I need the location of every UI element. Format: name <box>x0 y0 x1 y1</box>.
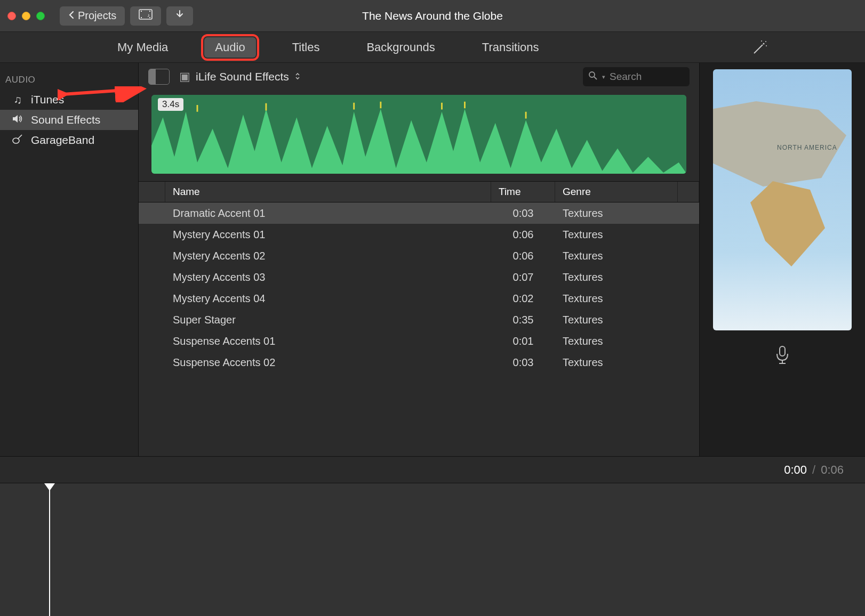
viewer-frame[interactable]: NORTH AMERICA <box>713 69 852 330</box>
table-row[interactable]: Mystery Accents 040:02Textures <box>139 288 699 309</box>
svg-rect-2 <box>141 17 142 18</box>
minimize-window-button[interactable] <box>22 12 30 20</box>
cell-genre: Textures <box>555 356 678 369</box>
folder-icon: ▣ <box>179 70 190 84</box>
tab-my-media[interactable]: My Media <box>107 37 179 58</box>
table-row[interactable]: Mystery Accents 020:06Textures <box>139 245 699 266</box>
audio-browser: ▣ iLife Sound Effects ▾ 3.4s <box>139 63 700 456</box>
svg-point-9 <box>766 45 767 46</box>
playback-total: 0:06 <box>821 463 844 477</box>
cell-time: 0:03 <box>491 356 555 369</box>
table-row[interactable]: Super Stager0:35Textures <box>139 309 699 330</box>
search-icon <box>588 71 598 83</box>
svg-point-6 <box>763 43 765 45</box>
tab-transitions[interactable]: Transitions <box>471 37 550 58</box>
sidebar-item-label: GarageBand <box>31 134 94 147</box>
window-titlebar: Projects ♪ The News Around the Globe <box>0 0 865 32</box>
viewer-panel: NORTH AMERICA <box>700 63 865 456</box>
svg-point-8 <box>761 40 762 42</box>
svg-point-7 <box>765 41 766 42</box>
sidebar-item-label: iTunes <box>31 93 64 106</box>
tab-backgrounds[interactable]: Backgrounds <box>356 37 445 58</box>
svg-text:♪: ♪ <box>147 12 150 18</box>
cell-time: 0:07 <box>491 271 555 283</box>
cell-name: Mystery Accents 01 <box>165 229 491 241</box>
sidebar-item-sound-effects[interactable]: Sound Effects <box>0 110 138 130</box>
table-row[interactable]: Dramatic Accent 010:03Textures <box>139 202 699 224</box>
cell-name: Dramatic Accent 01 <box>165 207 491 220</box>
time-separator: / <box>812 463 815 477</box>
library-dropdown[interactable]: ▣ iLife Sound Effects <box>179 70 573 84</box>
table-row[interactable]: Mystery Accents 030:07Textures <box>139 266 699 288</box>
download-arrow-icon <box>175 10 185 22</box>
guitar-icon <box>11 133 25 148</box>
cell-time: 0:01 <box>491 335 555 347</box>
sidebar-item-itunes[interactable]: ♫ iTunes <box>0 90 138 110</box>
cell-time: 0:35 <box>491 314 555 326</box>
sidebar-item-label: Sound Effects <box>31 114 100 126</box>
cell-name: Super Stager <box>165 314 491 326</box>
toggle-sidebar-button[interactable] <box>148 69 170 85</box>
timeline[interactable] <box>0 483 865 616</box>
close-window-button[interactable] <box>7 12 16 20</box>
cell-name: Mystery Accents 02 <box>165 250 491 262</box>
sidebar-item-garageband[interactable]: GarageBand <box>0 130 138 150</box>
tab-titles[interactable]: Titles <box>282 37 331 58</box>
chevron-down-icon: ▾ <box>602 74 605 80</box>
table-row[interactable]: Suspense Accents 020:03Textures <box>139 352 699 373</box>
sound-icon <box>11 114 25 127</box>
column-header-time[interactable]: Time <box>491 182 555 202</box>
cell-name: Suspense Accents 02 <box>165 356 491 369</box>
search-box[interactable]: ▾ <box>583 67 690 86</box>
audio-clips-table: Name Time Genre Dramatic Accent 010:03Te… <box>139 181 699 456</box>
cell-genre: Textures <box>555 335 678 347</box>
window-controls <box>7 12 45 20</box>
zoom-window-button[interactable] <box>36 12 45 20</box>
cell-time: 0:03 <box>491 207 555 220</box>
svg-line-13 <box>594 77 597 79</box>
filmstrip-icon: ♪ <box>139 9 153 22</box>
svg-point-12 <box>589 72 595 77</box>
chevron-left-icon <box>68 10 75 22</box>
library-dropdown-label: iLife Sound Effects <box>196 70 289 83</box>
tab-audio[interactable]: Audio <box>204 37 255 58</box>
cell-genre: Textures <box>555 314 678 326</box>
cell-genre: Textures <box>555 271 678 283</box>
playhead[interactable] <box>49 484 50 616</box>
svg-rect-1 <box>141 11 142 12</box>
waveform-duration-badge: 3.4s <box>158 98 183 111</box>
library-tabs: My Media Audio Titles Backgrounds Transi… <box>0 32 865 63</box>
cell-time: 0:06 <box>491 229 555 241</box>
column-header-genre[interactable]: Genre <box>555 182 678 202</box>
column-header-name[interactable]: Name <box>165 182 491 202</box>
cell-name: Mystery Accents 03 <box>165 271 491 283</box>
audio-sources-sidebar: AUDIO ♫ iTunes Sound Effects GarageBand <box>0 63 139 456</box>
cell-name: Suspense Accents 01 <box>165 335 491 347</box>
voiceover-button[interactable] <box>774 345 790 368</box>
import-button[interactable] <box>166 6 193 26</box>
map-label: NORTH AMERICA <box>777 144 837 151</box>
svg-rect-3 <box>149 11 150 12</box>
playback-current: 0:00 <box>784 463 807 477</box>
waveform-preview[interactable]: 3.4s <box>151 95 686 174</box>
table-row[interactable]: Mystery Accents 010:06Textures <box>139 224 699 245</box>
cell-genre: Textures <box>555 229 678 241</box>
svg-rect-22 <box>780 346 785 356</box>
cell-time: 0:06 <box>491 250 555 262</box>
projects-label: Projects <box>78 10 116 22</box>
table-header-row: Name Time Genre <box>139 181 699 202</box>
cell-time: 0:02 <box>491 293 555 305</box>
cell-genre: Textures <box>555 207 678 220</box>
browser-toolbar: ▣ iLife Sound Effects ▾ <box>139 63 699 91</box>
chevron-up-down-icon <box>294 72 301 82</box>
auto-enhance-icon[interactable] <box>751 38 769 59</box>
table-row[interactable]: Suspense Accents 010:01Textures <box>139 330 699 352</box>
svg-line-11 <box>18 135 22 139</box>
projects-back-button[interactable]: Projects <box>60 6 125 26</box>
cell-name: Mystery Accents 04 <box>165 293 491 305</box>
media-library-button[interactable]: ♪ <box>130 6 161 26</box>
music-note-icon: ♫ <box>11 93 25 106</box>
cell-genre: Textures <box>555 293 678 305</box>
playback-time-readout: 0:00 / 0:06 <box>0 456 865 483</box>
sidebar-header: AUDIO <box>0 75 138 90</box>
